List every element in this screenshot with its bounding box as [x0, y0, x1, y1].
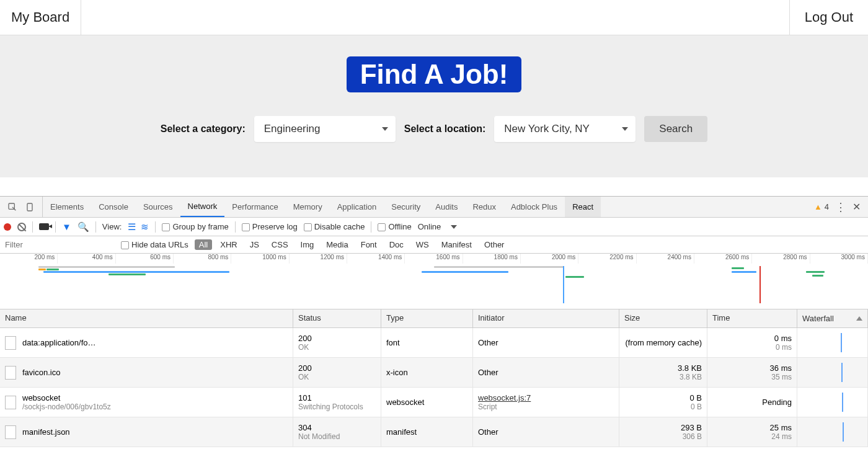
filter-type-manifest[interactable]: Manifest	[437, 239, 476, 250]
table-row[interactable]: manifest.json304Not ModifiedmanifestOthe…	[0, 417, 868, 447]
col-time[interactable]: Time	[707, 309, 797, 327]
tab-security[interactable]: Security	[384, 197, 428, 217]
filter-row: Hide data URLs AllXHRJSCSSImgMediaFontDo…	[0, 236, 868, 254]
file-icon	[5, 366, 16, 380]
timeline-tick: 2800 ms	[752, 254, 810, 264]
filter-type-other[interactable]: Other	[480, 239, 509, 250]
online-select[interactable]: Online	[418, 222, 441, 231]
warnings-badge[interactable]: ▲4	[814, 202, 829, 211]
waterfall-icon[interactable]: ≋	[141, 221, 149, 233]
table-row[interactable]: favicon.ico200OKx-iconOther3.8 KB3.8 KB3…	[0, 358, 868, 388]
col-type[interactable]: Type	[381, 309, 473, 327]
filter-type-xhr[interactable]: XHR	[216, 239, 241, 250]
inspect-icon[interactable]	[7, 202, 17, 212]
app-header: My Board Log Out	[0, 0, 868, 35]
file-icon	[5, 336, 16, 350]
caret-down-icon	[622, 127, 628, 131]
location-select[interactable]: New York City, NY	[494, 116, 636, 142]
timeline-tick: 600 ms	[116, 254, 174, 264]
devtools-panel: ElementsConsoleSourcesNetworkPerformance…	[0, 196, 868, 449]
timeline-tick: 2000 ms	[521, 254, 578, 264]
filter-input[interactable]	[0, 236, 121, 253]
large-rows-icon[interactable]: ☰	[128, 221, 136, 233]
location-label: Select a location:	[404, 123, 486, 135]
filter-type-all[interactable]: All	[195, 239, 212, 250]
file-icon	[5, 396, 16, 409]
record-button[interactable]	[4, 223, 11, 231]
tab-memory[interactable]: Memory	[286, 197, 330, 217]
hero-title: Find A Job!	[347, 56, 522, 92]
filter-type-img[interactable]: Img	[296, 239, 319, 250]
close-icon[interactable]: ✕	[852, 201, 861, 213]
timeline-tick: 1200 ms	[290, 254, 347, 264]
timeline-tick: 2200 ms	[578, 254, 636, 264]
device-icon[interactable]	[25, 202, 35, 212]
timeline-tick: 1600 ms	[405, 254, 463, 264]
view-label: View:	[102, 222, 122, 231]
location-value: New York City, NY	[504, 123, 590, 135]
timeline-tick: 400 ms	[58, 254, 115, 264]
network-table-body: data:application/fo…200OKfontOther(from …	[0, 328, 868, 449]
timeline-tick: 1000 ms	[231, 254, 289, 264]
tab-audits[interactable]: Audits	[428, 197, 465, 217]
search-button[interactable]: Search	[644, 116, 707, 142]
timeline-tick: 2400 ms	[637, 254, 694, 264]
timeline-tick: 1800 ms	[463, 254, 521, 264]
file-icon	[5, 425, 16, 439]
svg-rect-1	[27, 203, 32, 211]
sort-asc-icon	[856, 316, 862, 321]
table-row[interactable]: websocket/sockjs-node/006/gbv1to5z101Swi…	[0, 388, 868, 417]
col-size[interactable]: Size	[619, 309, 707, 327]
tab-react[interactable]: React	[565, 197, 601, 217]
col-initiator[interactable]: Initiator	[473, 309, 619, 327]
timeline-tick: 800 ms	[174, 254, 231, 264]
table-row[interactable]: data:application/fo…200OKfontOther(from …	[0, 328, 868, 358]
timeline-tick: 200 ms	[0, 254, 58, 264]
filter-type-css[interactable]: CSS	[267, 239, 293, 250]
tab-application[interactable]: Application	[330, 197, 384, 217]
timeline-tick: 1400 ms	[347, 254, 405, 264]
hero-section: Find A Job! Select a category: Engineeri…	[0, 35, 868, 177]
brand-link[interactable]: My Board	[0, 0, 81, 35]
category-label: Select a category:	[161, 123, 246, 135]
devtools-tabs: ElementsConsoleSourcesNetworkPerformance…	[0, 197, 868, 218]
logout-button[interactable]: Log Out	[789, 0, 868, 35]
caret-down-icon	[382, 127, 388, 131]
timeline-tick: 3000 ms	[810, 254, 868, 264]
disable-cache-checkbox[interactable]: Disable cache	[304, 222, 365, 231]
tab-elements[interactable]: Elements	[43, 197, 91, 217]
caret-down-icon[interactable]	[451, 225, 457, 229]
group-by-frame-checkbox[interactable]: Group by frame	[162, 222, 228, 231]
category-select[interactable]: Engineering	[254, 116, 396, 142]
network-table-header: Name Status Type Initiator Size Time Wat…	[0, 309, 868, 328]
search-icon[interactable]: 🔍	[78, 221, 89, 233]
filter-type-doc[interactable]: Doc	[385, 239, 408, 250]
tab-performance[interactable]: Performance	[224, 197, 285, 217]
clear-button[interactable]	[17, 223, 26, 231]
network-toolbar: ▼ 🔍 View: ☰ ≋ Group by frame Preserve lo…	[0, 218, 868, 236]
screenshot-icon[interactable]	[39, 223, 49, 230]
timeline-tick: 2600 ms	[694, 254, 752, 264]
filter-icon[interactable]: ▼	[62, 221, 71, 232]
tab-console[interactable]: Console	[91, 197, 136, 217]
filter-type-ws[interactable]: WS	[412, 239, 433, 250]
tab-network[interactable]: Network	[180, 197, 225, 217]
filter-type-font[interactable]: Font	[356, 239, 381, 250]
tab-sources[interactable]: Sources	[136, 197, 180, 217]
tab-adblock-plus[interactable]: Adblock Plus	[503, 197, 565, 217]
filter-type-media[interactable]: Media	[322, 239, 352, 250]
preserve-log-checkbox[interactable]: Preserve log	[242, 222, 298, 231]
category-value: Engineering	[264, 123, 321, 135]
offline-checkbox[interactable]: Offline	[378, 222, 411, 231]
col-status[interactable]: Status	[293, 309, 381, 327]
hide-data-urls-checkbox[interactable]: Hide data URLs	[121, 240, 188, 249]
col-waterfall[interactable]: Waterfall	[797, 309, 868, 327]
tab-redux[interactable]: Redux	[465, 197, 503, 217]
filter-type-js[interactable]: JS	[246, 239, 264, 250]
timeline-overview[interactable]: 200 ms400 ms600 ms800 ms1000 ms1200 ms14…	[0, 254, 868, 309]
kebab-icon[interactable]: ⋮	[835, 200, 846, 214]
col-name[interactable]: Name	[0, 309, 293, 327]
